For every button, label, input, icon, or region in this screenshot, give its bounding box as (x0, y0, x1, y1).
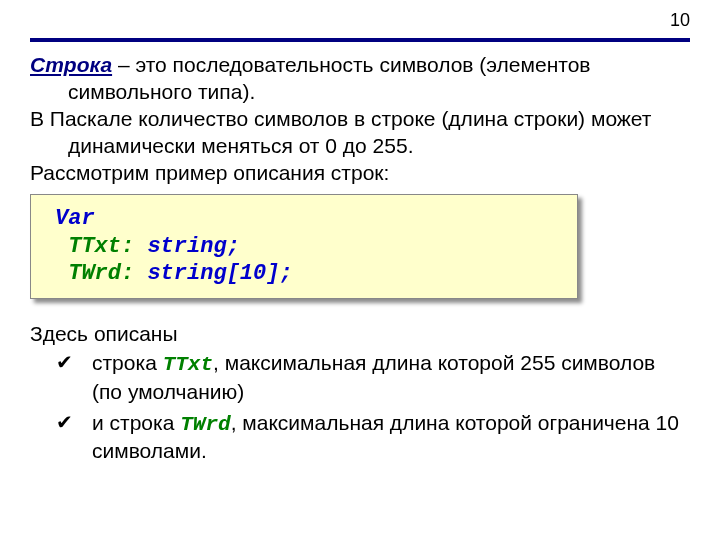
code-shadow: Var TTxt: string; TWrd: string[10]; (30, 194, 578, 299)
after-code-text: Здесь описаны строка TTxt, максимальная … (30, 321, 690, 465)
body-text: Строка – это последовательность символов… (30, 52, 690, 186)
after-intro: Здесь описаны (30, 321, 690, 348)
definition-paragraph: Строка – это последовательность символов… (30, 52, 690, 106)
code-kw-var: Var (55, 206, 95, 231)
bullet-text-pre: строка (92, 351, 163, 374)
paragraph-pascal: В Паскале количество символов в строке (… (30, 106, 690, 160)
code-type-string: string; (134, 234, 240, 259)
code-id-twrd: TWrd: (55, 261, 134, 286)
header-rule (30, 38, 690, 42)
list-item: и строка TWrd, максимальная длина которо… (30, 410, 690, 466)
code-content: Var TTxt: string; TWrd: string[10]; (55, 205, 557, 288)
term-stroka: Строка (30, 53, 112, 76)
code-id-ttxt: TTxt: (55, 234, 134, 259)
code-type-string10: string[10]; (134, 261, 292, 286)
definition-text: – это последовательность символов (элеме… (68, 53, 590, 103)
bullet-list: строка TTxt, максимальная длина которой … (30, 350, 690, 466)
identifier-ttxt: TTxt (163, 353, 213, 376)
code-box: Var TTxt: string; TWrd: string[10]; (30, 194, 578, 299)
slide: 10 Строка – это последовательность симво… (0, 0, 720, 540)
list-item: строка TTxt, максимальная длина которой … (30, 350, 690, 406)
paragraph-example-intro: Рассмотрим пример описания строк: (30, 160, 690, 187)
code-block-wrap: Var TTxt: string; TWrd: string[10]; (30, 194, 690, 299)
identifier-twrd: TWrd (180, 413, 230, 436)
bullet-text-pre: и строка (92, 411, 180, 434)
page-number: 10 (670, 10, 690, 31)
